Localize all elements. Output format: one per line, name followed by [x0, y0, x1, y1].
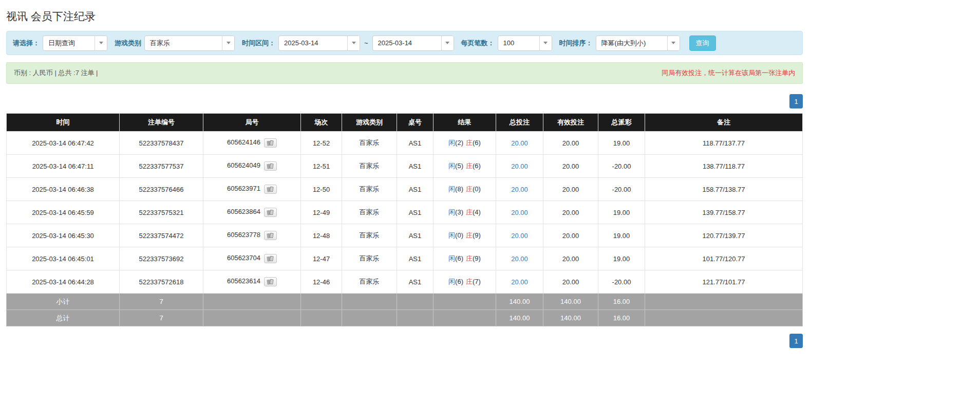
page-size-value: 100: [498, 36, 539, 50]
cell-round-id: 605624049: [203, 155, 301, 178]
cell-valid-bet: 20.00: [543, 178, 598, 201]
banker-result-value: (6): [473, 139, 481, 147]
cell-valid-bet: 20.00: [543, 132, 598, 155]
cell-time: 2025-03-14 06:44:28: [7, 270, 120, 294]
subtotal-row: 小计 7 140.00 140.00 16.00: [7, 294, 803, 310]
page-size-select[interactable]: 100: [498, 35, 552, 51]
cell-remark: 118.77/137.77: [645, 132, 803, 155]
cell-round-id: 605624146: [203, 132, 301, 155]
cards-icon: [267, 140, 274, 147]
subtotal-count: 7: [120, 294, 203, 310]
cell-result: 闲(3)庄(4): [434, 201, 496, 224]
cell-bet-id: 522337578437: [120, 132, 203, 155]
query-type-select[interactable]: 日期查询: [43, 35, 107, 51]
table-row: 2025-03-14 06:46:38 522337576466 6056239…: [7, 178, 803, 201]
chevron-down-icon[interactable]: [539, 36, 552, 50]
cell-time: 2025-03-14 06:46:38: [7, 178, 120, 201]
filter-group-game-type: 游戏类别 百家乐: [115, 35, 235, 51]
banker-result-value: (4): [473, 208, 481, 216]
player-result-value: (6): [455, 278, 463, 285]
pagination-top: 1: [6, 94, 803, 108]
player-result-label: 闲: [448, 185, 455, 193]
cell-table-no: AS1: [397, 224, 434, 247]
round-id-text: 605623704: [227, 254, 260, 262]
chevron-down-icon[interactable]: [95, 36, 107, 50]
page-size-label: 每页笔数：: [461, 39, 495, 48]
total-bet-link[interactable]: 20.00: [511, 278, 528, 286]
cell-time: 2025-03-14 06:47:42: [7, 132, 120, 155]
cell-bet-id: 522337574472: [120, 224, 203, 247]
col-header-game-type: 游戏类别: [342, 114, 397, 132]
total-bet-link[interactable]: 20.00: [511, 255, 528, 263]
date-range-separator: ~: [364, 39, 368, 47]
cell-result: 闲(2)庄(6): [434, 132, 496, 155]
total-bet-link[interactable]: 20.00: [511, 232, 528, 240]
col-header-payout: 总派彩: [598, 114, 645, 132]
player-result-label: 闲: [448, 208, 455, 216]
filter-group-page-size: 每页笔数： 100: [461, 35, 552, 51]
total-bet-link[interactable]: 20.00: [511, 139, 528, 147]
view-cards-button[interactable]: [264, 208, 277, 217]
cell-round-id: 605623864: [203, 201, 301, 224]
cell-table-no: AS1: [397, 270, 434, 294]
date-from-value: 2025-03-14: [279, 36, 347, 50]
chevron-down-icon[interactable]: [667, 36, 680, 50]
cell-session: 12-49: [301, 201, 342, 224]
subtotal-label: 小计: [7, 294, 120, 310]
banker-result-label: 庄: [466, 185, 473, 193]
cell-bet-id: 522337577537: [120, 155, 203, 178]
query-button[interactable]: 查询: [689, 35, 716, 51]
page-1-button[interactable]: 1: [789, 334, 803, 348]
cell-valid-bet: 20.00: [543, 224, 598, 247]
cell-time: 2025-03-14 06:45:30: [7, 224, 120, 247]
total-bet-link[interactable]: 20.00: [511, 209, 528, 216]
cell-round-id: 605623778: [203, 224, 301, 247]
filter-group-sort: 时间排序： 降冪(由大到小): [559, 35, 680, 51]
cell-bet-id: 522337572618: [120, 270, 203, 294]
chevron-down-icon[interactable]: [222, 36, 234, 50]
subtotal-valid-bet: 140.00: [543, 294, 598, 310]
chevron-down-icon[interactable]: [347, 36, 360, 50]
sort-select[interactable]: 降冪(由大到小): [596, 35, 680, 51]
player-result-value: (2): [455, 139, 463, 147]
col-header-time: 时间: [7, 114, 120, 132]
currency-summary-text: 币别 : 人民币 | 总共 :7 注单 |: [14, 68, 98, 78]
cell-table-no: AS1: [397, 155, 434, 178]
total-bet-link[interactable]: 20.00: [511, 186, 528, 193]
cell-payout: -20.00: [598, 155, 645, 178]
pagination-bottom: 1: [6, 334, 803, 348]
chevron-down-icon[interactable]: [441, 36, 454, 50]
page-1-button[interactable]: 1: [789, 94, 803, 108]
col-header-valid-bet: 有效投注: [543, 114, 598, 132]
cell-game-type: 百家乐: [342, 132, 397, 155]
game-type-select[interactable]: 百家乐: [144, 35, 235, 51]
total-bet-link[interactable]: 20.00: [511, 162, 528, 170]
table-header-row: 时间 注单编号 局号 场次 游戏类别 桌号 结果 总投注 有效投注 总派彩 备注: [7, 114, 803, 132]
view-cards-button[interactable]: [264, 138, 277, 148]
cell-result: 闲(8)庄(0): [434, 178, 496, 201]
cell-valid-bet: 20.00: [543, 155, 598, 178]
total-row: 总计 7 140.00 140.00 16.00: [7, 310, 803, 326]
cell-bet-id: 522337576466: [120, 178, 203, 201]
cell-session: 12-51: [301, 155, 342, 178]
round-id-text: 605623864: [227, 208, 260, 215]
date-to-select[interactable]: 2025-03-14: [372, 35, 454, 51]
round-id-text: 605623971: [227, 185, 260, 192]
cards-icon: [267, 232, 274, 239]
banker-result-label: 庄: [466, 139, 473, 147]
view-cards-button[interactable]: [264, 231, 277, 240]
view-cards-button[interactable]: [264, 161, 277, 171]
view-cards-button[interactable]: [264, 254, 277, 263]
col-header-result: 结果: [434, 114, 496, 132]
cards-icon: [267, 163, 274, 170]
view-cards-button[interactable]: [264, 277, 277, 286]
view-cards-button[interactable]: [264, 185, 277, 194]
subtotal-total-bet: 140.00: [496, 294, 543, 310]
player-result-label: 闲: [448, 255, 455, 262]
banker-result-label: 庄: [466, 208, 473, 216]
game-type-label: 游戏类别: [115, 39, 141, 48]
date-from-select[interactable]: 2025-03-14: [278, 35, 360, 51]
cell-time: 2025-03-14 06:45:59: [7, 201, 120, 224]
summary-section: 小计 7 140.00 140.00 16.00 总计 7 1: [7, 294, 803, 326]
bet-records-table: 时间 注单编号 局号 场次 游戏类别 桌号 结果 总投注 有效投注 总派彩 备注…: [6, 113, 803, 326]
